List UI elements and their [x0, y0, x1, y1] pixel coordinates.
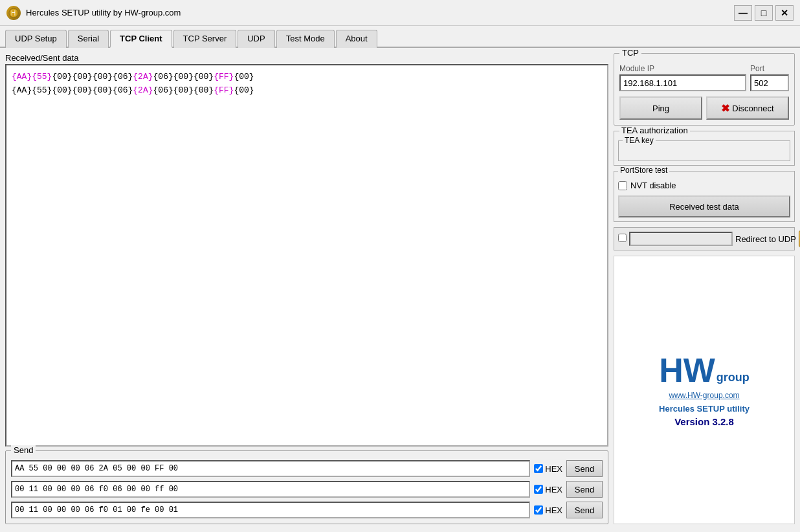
send-input-2[interactable] [11, 481, 530, 498]
app-icon: H [6, 6, 21, 20]
send-row-2: HEX Send [11, 481, 603, 498]
port-input[interactable] [750, 74, 789, 91]
nvt-checkbox[interactable] [618, 181, 627, 190]
tea-legend: TEA authorization [619, 126, 690, 135]
tea-group: TEA authorization TEA key [614, 131, 795, 166]
port-label: Port [750, 64, 789, 73]
received-line-2: {AA}{55}{00}{00}{00}{06}{2A}{06}{00}{00}… [12, 84, 602, 98]
tcp-group: TCP Module IP Port Ping ✖ Disconnect [614, 53, 795, 126]
hw-w: W [683, 353, 715, 387]
ping-button[interactable]: Ping [619, 96, 702, 120]
received-test-button[interactable]: Received test data [618, 195, 790, 217]
port-group: Port [750, 64, 789, 91]
hex-label-2: HEX [545, 485, 562, 494]
tea-key-box: TEA key [618, 140, 790, 161]
tcp-legend: TCP [619, 48, 641, 58]
send-input-3[interactable] [11, 502, 530, 518]
nvt-row: NVT disable [618, 181, 790, 190]
send-button-2[interactable]: Send [566, 481, 603, 498]
hex-aa: {AA} [12, 72, 32, 82]
send-legend: Send [11, 445, 36, 455]
send-button-1[interactable]: Send [566, 460, 603, 477]
module-ip-input[interactable] [619, 74, 746, 91]
hex-00-12: {00} [234, 85, 254, 95]
nvt-label: NVT disable [630, 181, 676, 190]
x-icon: ✖ [721, 102, 729, 115]
tabs-bar: UDP Setup Serial TCP Client TCP Server U… [0, 26, 800, 48]
tab-udp-setup[interactable]: UDP Setup [5, 30, 67, 48]
hex-checkbox-1[interactable] [534, 464, 543, 473]
tea-key-legend: TEA key [623, 136, 656, 145]
hw-url[interactable]: www.HW-group.com [669, 391, 739, 400]
title-bar: H Hercules SETUP utility by HW-group.com… [0, 0, 800, 26]
hex-00-9: {00} [93, 85, 113, 95]
hex-00-3: {00} [93, 72, 113, 82]
hex-06-1: {06} [113, 72, 133, 82]
hex-checkbox-3[interactable] [534, 505, 543, 515]
hex-check-1: HEX [534, 464, 562, 474]
send-input-1[interactable] [11, 460, 530, 477]
redirect-label: Redirect to UDP [735, 234, 796, 244]
tcp-buttons: Ping ✖ Disconnect [619, 96, 789, 120]
hex-55-2: {55} [32, 85, 52, 95]
hex-06-4: {06} [153, 85, 173, 95]
main-content: Received/Sent data {AA}{55}{00}{00}{00}{… [0, 48, 800, 529]
hex-label-1: HEX [545, 464, 562, 474]
send-section: Send HEX Send HEX Send [5, 450, 608, 524]
redirect-check [618, 234, 627, 244]
send-row-1: HEX Send [11, 460, 603, 477]
hex-00-7: {00} [52, 85, 72, 95]
redirect-row: Redirect to UDP 🔒 [614, 227, 795, 250]
hw-logo: H W group [659, 353, 750, 387]
hw-h: H [659, 353, 683, 387]
hw-desc: Hercules SETUP utility [659, 404, 750, 414]
tab-tcp-client[interactable]: TCP Client [110, 30, 172, 48]
received-label: Received/Sent data [5, 53, 608, 63]
hex-check-3: HEX [534, 505, 562, 515]
disconnect-label: Disconnect [732, 104, 773, 113]
disconnect-button[interactable]: ✖ Disconnect [706, 96, 789, 120]
module-ip-group: Module IP [619, 64, 746, 91]
maximize-button[interactable]: □ [755, 5, 773, 21]
hex-00-4: {00} [173, 72, 194, 82]
window-controls: — □ ✕ [734, 5, 794, 21]
window-title: Hercules SETUP utility by HW-group.com [26, 8, 734, 17]
tab-test-mode[interactable]: Test Mode [276, 30, 335, 48]
hex-00-1: {00} [52, 72, 72, 82]
logo-panel: H W group www.HW-group.com Hercules SETU… [614, 256, 795, 524]
hex-ff-1: {FF} [214, 72, 234, 82]
received-line-1: {AA}{55}{00}{00}{00}{06}{2A}{06}{00}{00}… [12, 71, 602, 84]
hex-checkbox-2[interactable] [534, 485, 543, 494]
received-section: Received/Sent data {AA}{55}{00}{00}{00}{… [5, 53, 608, 447]
tcp-fields: Module IP Port [619, 64, 789, 91]
svg-text:H: H [11, 10, 16, 17]
hex-06-3: {06} [113, 85, 133, 95]
send-button-3[interactable]: Send [566, 502, 603, 518]
hw-group: group [717, 371, 750, 387]
hw-g: group [717, 371, 750, 383]
tab-udp[interactable]: UDP [238, 30, 274, 48]
tab-serial[interactable]: Serial [68, 30, 109, 48]
hw-version: Version 3.2.8 [674, 416, 734, 427]
hex-2a-1: {2A} [133, 72, 153, 82]
redirect-checkbox[interactable] [618, 234, 627, 242]
hex-00-8: {00} [72, 85, 93, 95]
hex-00-10: {00} [173, 85, 194, 95]
hex-55: {55} [32, 72, 52, 82]
tab-about[interactable]: About [336, 30, 377, 48]
close-button[interactable]: ✕ [775, 5, 794, 21]
minimize-button[interactable]: — [734, 5, 752, 21]
hex-check-2: HEX [534, 485, 562, 494]
received-content: {AA}{55}{00}{00}{00}{06}{2A}{06}{00}{00}… [9, 68, 605, 100]
module-ip-label: Module IP [619, 64, 746, 73]
redirect-input[interactable] [629, 232, 733, 246]
send-row-3: HEX Send [11, 502, 603, 518]
hex-00-2: {00} [72, 72, 93, 82]
portstore-legend: PortStore test [618, 166, 669, 175]
tab-tcp-server[interactable]: TCP Server [173, 30, 237, 48]
hex-06-2: {06} [153, 72, 173, 82]
hex-label-3: HEX [545, 505, 562, 515]
hex-ff-2: {FF} [214, 85, 234, 95]
portstore-group: PortStore test NVT disable Received test… [614, 171, 795, 222]
received-textarea[interactable]: {AA}{55}{00}{00}{00}{06}{2A}{06}{00}{00}… [5, 64, 608, 447]
